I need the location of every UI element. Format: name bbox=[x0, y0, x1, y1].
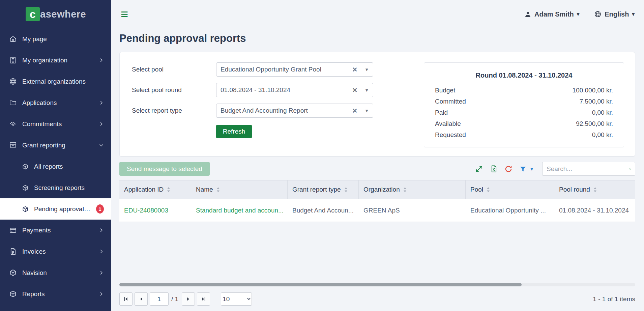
chevron-right-icon bbox=[99, 228, 104, 233]
sidebar-item-applications[interactable]: Applications bbox=[0, 92, 111, 113]
pool-round-select[interactable]: 01.08.2024 - 31.10.2024 ✕ ▼ bbox=[216, 83, 373, 97]
last-page-button[interactable] bbox=[197, 292, 210, 306]
user-name: Adam Smith bbox=[534, 10, 574, 18]
last-page-icon bbox=[201, 296, 206, 302]
pagination-bar: / 1 10 1 - 1 of 1 items bbox=[119, 292, 635, 306]
search-icon[interactable] bbox=[629, 165, 631, 173]
cube-icon bbox=[9, 269, 17, 277]
app-logo[interactable]: c asewhere bbox=[0, 0, 111, 28]
next-page-icon bbox=[186, 296, 191, 302]
filter-options-button[interactable]: ▼ bbox=[529, 166, 534, 172]
summary-row-paid: Paid0,00 kr. bbox=[435, 107, 613, 118]
organization-cell: GREEN ApS bbox=[359, 199, 466, 222]
first-page-button[interactable] bbox=[119, 292, 133, 306]
logo-wordmark: asewhere bbox=[40, 9, 86, 20]
round-summary-panel: Round 01.08.2024 - 31.10.2024 Budget100.… bbox=[424, 62, 624, 147]
cube-icon bbox=[22, 163, 29, 170]
sidebar-item-external-organizations[interactable]: External organizations bbox=[0, 71, 111, 92]
sidebar-item-my-organization[interactable]: My organization bbox=[0, 50, 111, 71]
user-menu[interactable]: Adam Smith ▾ bbox=[524, 10, 579, 18]
summary-row-requested: Requested0,00 kr. bbox=[435, 129, 613, 140]
page-number-input[interactable] bbox=[150, 292, 169, 306]
first-page-icon bbox=[123, 296, 128, 302]
language-menu[interactable]: English ▾ bbox=[594, 10, 635, 18]
credit-card-icon bbox=[9, 226, 17, 234]
chevron-down-icon: ▾ bbox=[632, 11, 635, 17]
expand-icon bbox=[475, 165, 483, 173]
column-header-organization[interactable]: Organization bbox=[359, 180, 466, 199]
column-header-pool[interactable]: Pool bbox=[466, 180, 554, 199]
horizontal-scrollbar-thumb[interactable] bbox=[119, 283, 522, 286]
handshake-icon bbox=[9, 120, 17, 128]
main-area: ≡ Adam Smith ▾ English ▾ Pending approva… bbox=[111, 0, 644, 311]
chevron-down-icon: ▼ bbox=[529, 166, 534, 172]
grant-report-type-cell: Budget And Accoun... bbox=[288, 199, 359, 222]
sort-icon bbox=[593, 187, 597, 193]
page-size-select[interactable]: 10 bbox=[221, 292, 252, 306]
select-pool-round-label: Select pool round bbox=[132, 86, 216, 94]
sidebar-item-navision[interactable]: Navision bbox=[0, 262, 111, 283]
chevron-right-icon bbox=[99, 270, 104, 275]
items-count-label: 1 - 1 of 1 items bbox=[593, 295, 635, 303]
search-box bbox=[542, 162, 635, 176]
sort-icon bbox=[403, 187, 407, 193]
folder-icon bbox=[9, 99, 17, 107]
table-row: EDU-24080003 Standard budget and accoun.… bbox=[119, 199, 635, 222]
page-title: Pending approval reports bbox=[119, 32, 635, 45]
export-excel-button[interactable] bbox=[490, 165, 498, 173]
clear-icon[interactable]: ✕ bbox=[349, 66, 361, 74]
refresh-button[interactable]: Refresh bbox=[216, 125, 252, 138]
notification-badge: 1 bbox=[96, 204, 104, 214]
chevron-down-icon[interactable]: ▼ bbox=[361, 67, 369, 72]
globe-icon bbox=[9, 78, 17, 86]
report-name-link[interactable]: Standard budget and accoun... bbox=[196, 207, 284, 214]
chevron-down-icon[interactable]: ▼ bbox=[361, 108, 369, 113]
sort-icon bbox=[487, 187, 490, 193]
reload-grid-button[interactable] bbox=[504, 165, 513, 173]
chevron-down-icon[interactable]: ▼ bbox=[361, 88, 369, 93]
sort-icon bbox=[216, 187, 220, 193]
sidebar-item-payments[interactable]: Payments bbox=[0, 220, 111, 241]
hamburger-menu-icon[interactable]: ≡ bbox=[121, 8, 128, 21]
user-icon bbox=[524, 11, 531, 18]
sidebar-item-commitments[interactable]: Commitments bbox=[0, 113, 111, 135]
grid-toolbar: Send message to selected ▼ bbox=[119, 162, 635, 176]
sidebar-item-screening-reports[interactable]: Screening reports bbox=[0, 177, 111, 198]
filter-icon bbox=[519, 165, 527, 173]
filter-button[interactable] bbox=[519, 165, 527, 173]
cube-icon bbox=[22, 184, 29, 191]
report-type-select[interactable]: Budget And Accounting Report ✕ ▼ bbox=[216, 104, 373, 118]
chevron-down-icon bbox=[99, 143, 104, 148]
application-id-link[interactable]: EDU-24080003 bbox=[124, 207, 168, 214]
send-message-button[interactable]: Send message to selected bbox=[119, 162, 210, 176]
cube-icon bbox=[22, 205, 29, 213]
page-count-label: / 1 bbox=[171, 295, 178, 303]
horizontal-scrollbar-track[interactable] bbox=[119, 283, 635, 286]
document-icon bbox=[9, 248, 17, 256]
previous-page-button[interactable] bbox=[135, 292, 148, 306]
sidebar-item-reports[interactable]: Reports bbox=[0, 283, 111, 305]
summary-row-available: Available92.500,00 kr. bbox=[435, 118, 613, 129]
next-page-button[interactable] bbox=[182, 292, 195, 306]
cube-icon bbox=[9, 290, 17, 298]
chevron-down-icon: ▾ bbox=[577, 11, 580, 17]
sidebar-item-my-page[interactable]: My page bbox=[0, 28, 111, 50]
sidebar-item-grant-reporting[interactable]: Grant reporting bbox=[0, 135, 111, 156]
sidebar-item-invoices[interactable]: Invoices bbox=[0, 241, 111, 262]
column-header-pool-round[interactable]: Pool round bbox=[554, 180, 635, 199]
sidebar-item-pending-approval-reports[interactable]: Pending approval rep... 1 bbox=[0, 198, 111, 220]
column-header-grant-report-type[interactable]: Grant report type bbox=[288, 180, 359, 199]
chevron-right-icon bbox=[99, 249, 104, 254]
previous-page-icon bbox=[139, 296, 144, 302]
clear-icon[interactable]: ✕ bbox=[349, 86, 361, 94]
chevron-right-icon bbox=[99, 100, 104, 105]
column-header-name[interactable]: Name bbox=[191, 180, 288, 199]
expand-fullscreen-button[interactable] bbox=[475, 165, 483, 173]
filter-form: Select pool Educational Opportunity Gran… bbox=[132, 62, 373, 147]
column-header-application-id[interactable]: Application ID bbox=[119, 180, 191, 199]
pool-select[interactable]: Educational Opportunity Grant Pool ✕ ▼ bbox=[216, 62, 373, 77]
sidebar-item-all-reports[interactable]: All reports bbox=[0, 156, 111, 177]
clear-icon[interactable]: ✕ bbox=[349, 107, 361, 115]
summary-row-committed: Committed7.500,00 kr. bbox=[435, 96, 613, 107]
search-input[interactable] bbox=[547, 165, 629, 173]
